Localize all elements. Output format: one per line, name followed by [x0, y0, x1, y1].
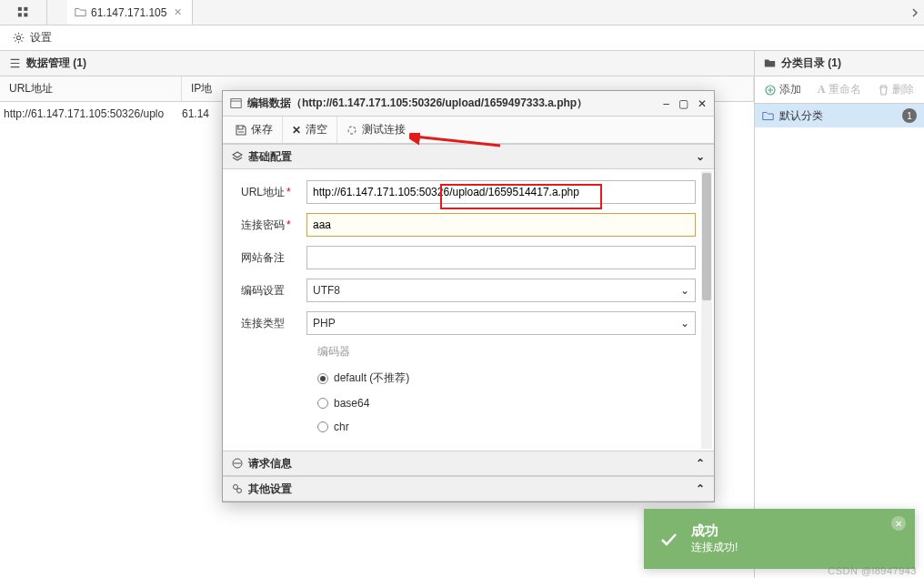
svg-point-9: [234, 485, 238, 490]
close-button[interactable]: ✕: [698, 97, 707, 110]
window-icon: [230, 97, 242, 109]
check-icon: [658, 529, 678, 549]
category-count-badge: 1: [902, 108, 917, 123]
ie-icon: [232, 458, 243, 469]
toast-message: 连接成功!: [691, 540, 738, 555]
tab-label: 61.147.171.105: [91, 6, 166, 19]
svg-rect-1: [24, 7, 27, 11]
save-button[interactable]: 保存: [226, 117, 283, 143]
clear-button[interactable]: ✕ 清空: [283, 117, 337, 143]
password-label: 连接密码: [241, 218, 285, 231]
tab-connection[interactable]: 61.147.171.105 ✕: [67, 0, 193, 25]
toast-title: 成功: [691, 522, 738, 540]
app-menu-button[interactable]: [0, 0, 47, 25]
rename-category-button[interactable]: A 重命名: [811, 76, 868, 103]
section-basic-header[interactable]: 基础配置 ⌄: [223, 144, 714, 169]
font-icon: A: [818, 83, 826, 96]
cell-url: http://61.147.171.105:50326/uplo: [4, 107, 182, 120]
section-request-header[interactable]: 请求信息 ⌃: [223, 451, 714, 476]
encoder-option-base64[interactable]: base64: [317, 397, 696, 410]
trash-icon: [879, 85, 889, 96]
section-other-header[interactable]: 其他设置 ⌃: [223, 476, 714, 502]
dialog-title: 编辑数据（http://61.147.171.105:50326/upload/…: [247, 96, 658, 111]
chevron-down-icon: ⌄: [680, 284, 689, 297]
add-category-button[interactable]: 添加: [755, 76, 811, 103]
url-label: URL地址: [241, 186, 285, 198]
save-icon: [236, 125, 246, 136]
category-panel-title: 分类目录 (1): [781, 56, 841, 71]
test-connection-button[interactable]: 测试连接: [337, 117, 415, 143]
minimize-button[interactable]: –: [663, 97, 669, 110]
folder-icon: [762, 110, 774, 122]
chevron-down-icon: ⌄: [696, 150, 705, 163]
col-url[interactable]: URL地址: [0, 76, 182, 101]
chevron-up-icon: ⌃: [696, 482, 705, 495]
url-input[interactable]: [306, 180, 696, 204]
plus-icon: [765, 85, 776, 96]
settings-button[interactable]: 设置: [30, 30, 52, 46]
toast-close-button[interactable]: ✕: [891, 516, 906, 531]
radio-icon: [317, 373, 328, 384]
folder-icon: [764, 57, 776, 69]
category-item[interactable]: 默认分类 1: [755, 104, 924, 127]
chevron-up-icon: ⌃: [696, 457, 705, 470]
success-toast: 成功 连接成功! ✕: [644, 509, 915, 569]
conn-type-label: 连接类型: [234, 316, 306, 331]
svg-rect-6: [231, 99, 241, 108]
category-panel: 分类目录 (1) 添加 A 重命名 删除 默认分类 1: [755, 51, 924, 578]
edit-data-dialog: 编辑数据（http://61.147.171.105:50326/upload/…: [222, 90, 715, 502]
encoder-label: 编码器: [317, 344, 696, 360]
close-icon: ✕: [292, 124, 301, 137]
encoder-option-chr[interactable]: chr: [317, 421, 696, 433]
maximize-button[interactable]: ▢: [678, 97, 688, 110]
tab-close-button[interactable]: ✕: [171, 6, 185, 18]
svg-rect-3: [24, 13, 27, 16]
svg-point-10: [237, 489, 242, 493]
svg-point-4: [16, 35, 20, 39]
category-item-label: 默认分类: [779, 108, 823, 124]
svg-point-7: [348, 127, 356, 134]
layers-icon: [232, 151, 243, 162]
spinner-icon: [346, 125, 357, 136]
delete-category-button[interactable]: 删除: [868, 76, 924, 103]
password-input[interactable]: [306, 213, 696, 237]
svg-rect-0: [18, 7, 22, 11]
gear-icon: [13, 32, 25, 44]
gears-icon: [232, 483, 243, 494]
radio-icon: [317, 421, 328, 432]
radio-icon: [317, 398, 328, 409]
chevron-down-icon: ⌄: [680, 317, 689, 330]
grid-icon: [17, 6, 29, 18]
encoding-select[interactable]: UTF8 ⌄: [306, 279, 696, 302]
note-label: 网站备注: [234, 250, 306, 266]
data-panel-title: 数据管理 (1): [26, 56, 86, 71]
note-input[interactable]: [306, 246, 696, 269]
chevron-right-icon: [911, 8, 919, 17]
encoding-label: 编码设置: [234, 283, 306, 299]
scrollbar[interactable]: [701, 171, 712, 449]
conn-type-select[interactable]: PHP ⌄: [306, 311, 696, 335]
svg-rect-2: [18, 13, 22, 16]
list-icon: [9, 57, 21, 69]
overflow-button[interactable]: [906, 8, 924, 17]
encoder-option-default[interactable]: default (不推荐): [317, 370, 696, 386]
folder-icon: [75, 6, 86, 18]
scroll-thumb[interactable]: [702, 173, 711, 300]
